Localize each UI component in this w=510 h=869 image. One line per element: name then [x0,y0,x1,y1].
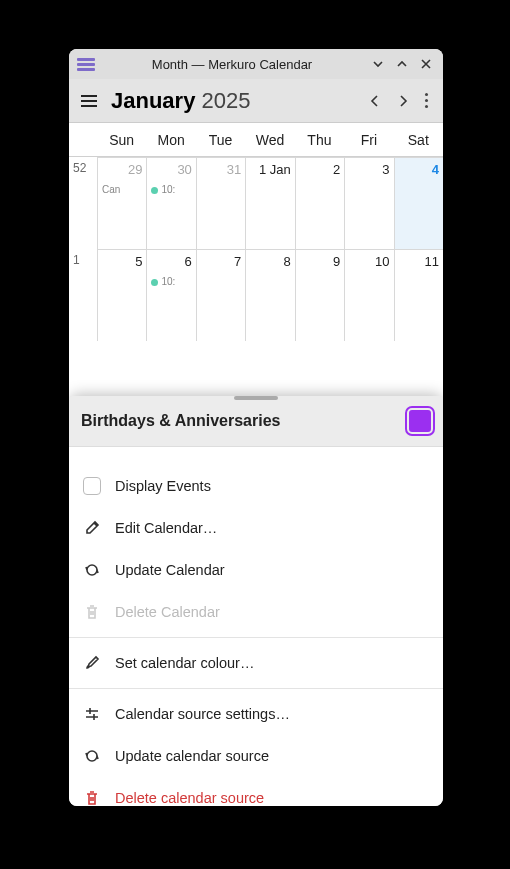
sheet-menu: Display Events Edit Calendar… Update Cal… [69,447,443,806]
menu-label: Edit Calendar… [115,520,217,536]
day-number: 10 [345,254,389,269]
trash-icon [83,789,101,806]
update-source-item[interactable]: Update calendar source [69,735,443,777]
display-events-toggle[interactable]: Display Events [69,465,443,507]
calendar-row: 5229Can3010:311 Jan234 [69,157,443,249]
set-colour-item[interactable]: Set calendar colour… [69,642,443,684]
calendar-name: Birthdays & Anniversaries [81,412,409,430]
weekday-header: Sun Mon Tue Wed Thu Fri Sat [69,123,443,157]
day-number: 5 [98,254,142,269]
delete-calendar-item: Delete Calendar [69,591,443,633]
day-cell[interactable]: 31 [196,157,245,249]
year-label: 2025 [202,88,251,113]
sliders-icon [83,705,101,723]
checkbox-icon [83,477,101,495]
day-number: 7 [197,254,241,269]
refresh-icon [83,747,101,765]
day-number: 2 [296,162,340,177]
day-number: 1 Jan [246,162,290,177]
update-calendar-item[interactable]: Update Calendar [69,549,443,591]
day-number: 3 [345,162,389,177]
day-cell[interactable]: 7 [196,249,245,341]
app-window: Month — Merkuro Calendar January 2025 Su… [69,49,443,806]
day-number: 8 [246,254,290,269]
menu-label: Delete Calendar [115,604,220,620]
weekday-label: Mon [146,132,195,148]
pencil-icon [83,519,101,537]
weekday-label: Fri [344,132,393,148]
event-chip[interactable]: Can [102,184,144,195]
menu-label: Set calendar colour… [115,655,254,671]
calendar-row: 15610:7891011 [69,249,443,341]
month-year-label: January 2025 [111,88,250,114]
calendar-sheet: Birthdays & Anniversaries Display Events… [69,396,443,806]
delete-source-item[interactable]: Delete calendar source [69,777,443,806]
event-chip[interactable]: 10: [151,184,193,195]
toolbar: January 2025 [69,79,443,123]
day-number: 31 [197,162,241,177]
refresh-icon [83,561,101,579]
overflow-menu-button[interactable] [417,93,435,108]
weekday-label: Thu [295,132,344,148]
day-cell[interactable]: 8 [245,249,294,341]
separator [69,688,443,689]
day-cell[interactable]: 3 [344,157,393,249]
week-number: 52 [69,157,97,249]
weekday-label: Tue [196,132,245,148]
window-title: Month — Merkuro Calendar [101,57,363,72]
day-number: 30 [147,162,191,177]
calendar-color-swatch[interactable] [409,410,431,432]
menu-button[interactable] [77,91,101,111]
day-cell[interactable]: 1 Jan [245,157,294,249]
week-number: 1 [69,249,97,341]
close-icon[interactable] [417,55,435,73]
edit-calendar-item[interactable]: Edit Calendar… [69,507,443,549]
menu-label: Update Calendar [115,562,225,578]
weekday-label: Sat [394,132,443,148]
minimize-icon[interactable] [369,55,387,73]
month-label: January [111,88,195,113]
brush-icon [83,654,101,672]
maximize-icon[interactable] [393,55,411,73]
prev-month-button[interactable] [361,87,389,115]
day-cell[interactable]: 10 [344,249,393,341]
day-cell[interactable]: 9 [295,249,344,341]
source-settings-item[interactable]: Calendar source settings… [69,693,443,735]
day-cell[interactable]: 29Can [97,157,146,249]
day-number: 6 [147,254,191,269]
day-cell[interactable]: 4 [394,157,443,249]
day-number: 9 [296,254,340,269]
day-number: 29 [98,162,142,177]
day-cell[interactable]: 2 [295,157,344,249]
menu-label: Delete calendar source [115,790,264,806]
day-cell[interactable]: 11 [394,249,443,341]
app-icon [77,55,95,73]
separator [69,637,443,638]
trash-icon [83,603,101,621]
day-number: 11 [395,254,439,269]
day-cell[interactable]: 5 [97,249,146,341]
day-cell[interactable]: 610: [146,249,195,341]
day-cell[interactable]: 3010: [146,157,195,249]
weekday-label: Wed [245,132,294,148]
titlebar: Month — Merkuro Calendar [69,49,443,79]
menu-label: Display Events [115,478,211,494]
next-month-button[interactable] [389,87,417,115]
calendar-grid: 5229Can3010:311 Jan23415610:7891011 [69,157,443,341]
sheet-header: Birthdays & Anniversaries [69,400,443,447]
menu-label: Calendar source settings… [115,706,290,722]
weekday-label: Sun [97,132,146,148]
day-number: 4 [395,162,439,177]
menu-label: Update calendar source [115,748,269,764]
event-chip[interactable]: 10: [151,276,193,287]
